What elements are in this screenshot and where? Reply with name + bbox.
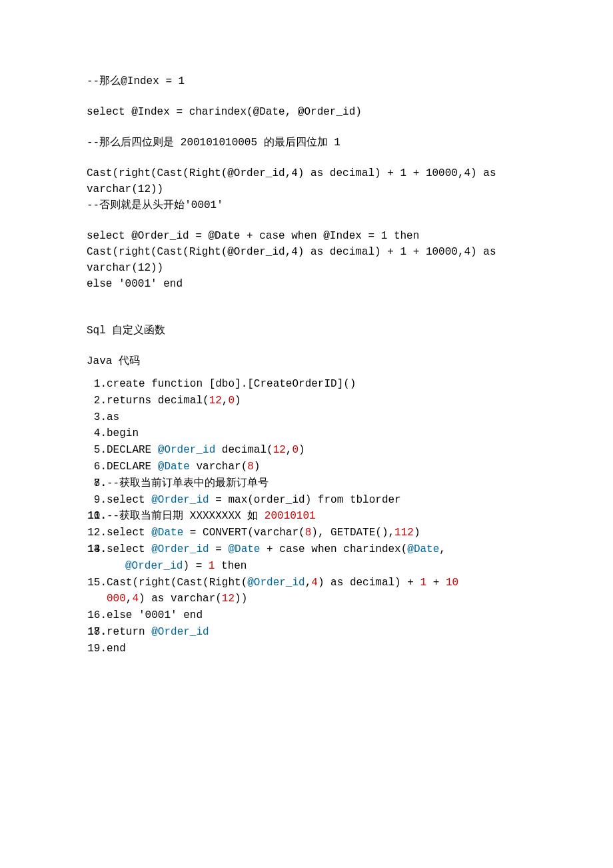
text: 200101010005 [181,137,257,149]
number: 4 [132,593,139,605]
number: 8 [305,527,312,539]
text: begin [107,427,139,439]
code-line: return @Order_id [107,624,526,641]
text: select [107,527,151,539]
text: = max(order_id) from tblorder [209,494,401,506]
variable: @Order_id [125,560,183,572]
variable: @Order_id [158,444,215,456]
code-line: select @Date = CONVERT(varchar(8), GETDA… [107,525,526,541]
number: 12 [222,593,235,605]
code-line: --获取当前日期 XXXXXXXX 如 20010101 [107,508,526,525]
text: --获取当前订单表中的最新订单号 [107,477,269,489]
text: as [107,411,119,423]
code-line: Cast(right(Cast(Right(@Order_id,4) as de… [107,575,526,608]
text: , [305,577,312,589]
text: varchar( [190,461,247,473]
number: 12 [273,444,286,456]
text: 1 [334,137,340,149]
variable: @Order_id [151,543,209,555]
text: ) [254,461,261,473]
code-line: begin [107,425,526,442]
text: then [215,560,247,572]
code-line: returns decimal(12,0) [107,393,526,409]
document-page: --那么@Index = 1 select @Index = charindex… [0,0,613,868]
text: select [107,543,151,555]
text: )) [235,593,247,605]
number: 1 [420,577,427,589]
code-line: select @Order_id = @Date + case when cha… [107,541,526,575]
text: ) = [183,560,208,572]
code-line: DECLARE @Date varchar(8) [107,459,526,475]
sql-select-orderid: select @Order_id = @Date + case when @In… [87,228,526,292]
text: Cast(right(Cast(Right( [107,577,247,589]
number: 4 [311,577,318,589]
number: 0 [292,444,299,456]
variable: @Date [158,461,190,473]
text: returns decimal [107,395,203,407]
text: DECLARE [107,461,158,473]
text: , [222,395,229,407]
sql-cast-block: Cast(right(Cast(Right(@Order_id,4) as de… [87,165,526,213]
code-line: DECLARE @Order_id decimal(12,0) [107,442,526,459]
code-line: as [107,409,526,426]
number: 12 [209,395,222,407]
text: --那么后四位则是 [87,137,181,149]
number: 20010101 [265,510,316,522]
code-listing: create function [dbo].[CreateOrderID]() … [87,376,526,657]
text: ) [235,395,241,407]
number: 10 [446,577,458,589]
number: 0 [228,395,235,407]
text: + [426,577,446,589]
text: return [107,626,151,638]
number: 1 [209,560,215,572]
text: create function [dbo].[CreateOrderID]() [107,378,356,390]
variable: @Date [407,543,439,555]
text: , [439,543,446,555]
variable: @Date [228,543,260,555]
sql-select-index: select @Index = charindex(@Date, @Order_… [87,104,526,120]
number: 8 [247,461,254,473]
text: select [107,494,151,506]
text: ) [299,444,305,456]
variable: @Date [151,527,183,539]
text: 的最后四位加 [257,137,334,149]
text: end [107,643,126,655]
text: , [126,593,133,605]
variable: @Order_id [151,626,209,638]
text: ) [414,527,420,539]
heading-java-code: Java 代码 [87,353,526,369]
text: ), GETDATE(), [311,527,394,539]
number: 112 [394,527,414,539]
heading-sql-udf: Sql 自定义函数 [87,323,526,339]
variable: @Order_id [247,577,305,589]
text: ) as decimal) + [318,577,420,589]
code-line: end [107,641,526,657]
variable: @Order_id [151,494,209,506]
text: DECLARE [107,444,158,456]
comment-index: --那么@Index = 1 [87,73,526,89]
text: = CONVERT(varchar( [183,527,305,539]
text: ) as varchar( [139,593,222,605]
text: --获取当前日期 XXXXXXXX 如 [107,510,265,522]
text: ( [203,395,209,407]
code-line: select @Order_id = max(order_id) from tb… [107,492,526,509]
code-line: --获取当前订单表中的最新订单号 [107,475,526,492]
code-line: create function [dbo].[CreateOrderID]() [107,376,526,393]
comment-last4: --那么后四位则是 200101010005 的最后四位加 1 [87,135,526,151]
code-line: else '0001' end [107,607,526,624]
text: else '0001' end [107,609,203,621]
text: = [209,543,229,555]
text: decimal( [215,444,273,456]
number: 000 [107,593,126,605]
text: + case when charindex( [260,543,407,555]
